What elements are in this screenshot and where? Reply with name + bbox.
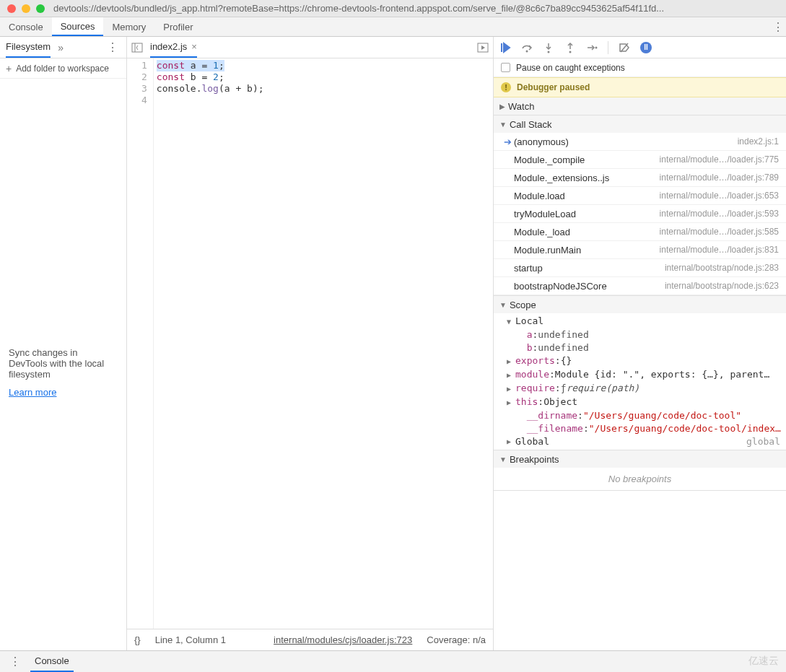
scope-local[interactable]: ▼Local	[494, 315, 786, 328]
drawer: ⋮ Console	[0, 650, 786, 672]
status-file-link[interactable]: internal/modules/cjs/loader.js:723	[274, 634, 412, 645]
scope-exports[interactable]: ▶exports: {}	[494, 354, 786, 368]
callstack-frame[interactable]: tryModuleLoadinternal/module…/loader.js:…	[494, 205, 786, 223]
callstack-frame[interactable]: ➔(anonymous)index2.js:1	[494, 133, 786, 151]
svg-point-5	[548, 51, 550, 53]
navigator-sidebar: Filesystem » ⋮ + Add folder to workspace…	[0, 37, 127, 650]
window-title: devtools://devtools/bundled/js_app.html?…	[53, 3, 779, 14]
watch-section[interactable]: ▶Watch	[494, 97, 786, 115]
learn-more-link[interactable]: Learn more	[9, 387, 56, 398]
deactivate-breakpoints-icon[interactable]	[619, 42, 630, 53]
scope-require[interactable]: ▶require: ƒ require(path)	[494, 382, 786, 396]
file-tab-label: index2.js	[150, 41, 187, 52]
filesystem-hint: Sync changes in DevTools with the local …	[9, 347, 118, 380]
debugger-paused-banner: ! Debugger paused	[494, 77, 786, 97]
minimize-window-icon[interactable]	[22, 4, 30, 13]
callstack-frame[interactable]: bootstrapNodeJSCoreinternal/bootstrap/no…	[494, 277, 786, 295]
debugger-panel: II Pause on caught exceptions ! Debugger…	[494, 37, 786, 650]
info-icon: !	[501, 82, 511, 92]
svg-point-3	[526, 50, 528, 52]
traffic-lights	[7, 4, 45, 13]
scope-var-a[interactable]: a: undefined	[494, 328, 786, 341]
code-editor[interactable]: const a = 1; const b = 2; console.log(a …	[154, 58, 264, 629]
tab-sources[interactable]: Sources	[52, 17, 104, 36]
drawer-menu-icon[interactable]: ⋮	[7, 655, 23, 668]
step-into-icon[interactable]	[543, 42, 554, 53]
callstack-frame[interactable]: Module._loadinternal/module…/loader.js:5…	[494, 223, 786, 241]
watermark: 亿速云	[748, 655, 779, 668]
panel-tabs: Console Sources Memory Profiler ⋮	[0, 17, 786, 37]
editor-panel: index2.js × 1234 const a = 1; const b = …	[127, 37, 494, 650]
plus-icon: +	[6, 63, 12, 74]
pretty-print-icon[interactable]: {}	[134, 634, 141, 645]
pause-on-exceptions-icon[interactable]: II	[640, 42, 652, 53]
tab-console[interactable]: Console	[0, 17, 52, 36]
scope-var-b[interactable]: b: undefined	[494, 341, 786, 354]
step-over-icon[interactable]	[521, 42, 533, 53]
step-icon[interactable]	[586, 42, 598, 53]
toggle-navigator-icon[interactable]	[131, 42, 143, 53]
filesystem-tab[interactable]: Filesystem	[6, 37, 51, 58]
callstack-section[interactable]: ▼Call Stack	[494, 115, 786, 133]
fullscreen-window-icon[interactable]	[36, 4, 45, 13]
step-out-icon[interactable]	[564, 42, 576, 53]
pause-caught-label: Pause on caught exceptions	[516, 63, 625, 73]
more-tabs-icon[interactable]: »	[58, 42, 64, 53]
breakpoints-section[interactable]: ▼Breakpoints	[494, 450, 786, 468]
window-titlebar: devtools://devtools/bundled/js_app.html?…	[0, 0, 786, 17]
callstack-frame[interactable]: Module.loadinternal/module…/loader.js:65…	[494, 187, 786, 205]
callstack-frame[interactable]: Module._compileinternal/module…/loader.j…	[494, 151, 786, 169]
callstack-frame[interactable]: Module._extensions..jsinternal/module…/l…	[494, 169, 786, 187]
drawer-console-tab[interactable]: Console	[30, 651, 74, 672]
coverage-status: Coverage: n/a	[427, 634, 486, 645]
no-breakpoints-label: No breakpoints	[494, 468, 786, 490]
settings-menu-icon[interactable]: ⋮	[770, 17, 786, 36]
close-icon[interactable]: ×	[191, 41, 197, 52]
scope-filename[interactable]: __filename: "/Users/guang/code/doc-tool/…	[494, 422, 786, 435]
add-folder-label: Add folder to workspace	[16, 64, 109, 74]
svg-rect-0	[132, 43, 142, 52]
scope-section[interactable]: ▼Scope	[494, 296, 786, 313]
svg-point-7	[569, 51, 572, 53]
pause-caught-checkbox[interactable]	[501, 63, 510, 72]
scope-dirname[interactable]: __dirname: "/Users/guang/code/doc-tool"	[494, 409, 786, 422]
add-folder-button[interactable]: + Add folder to workspace	[0, 58, 126, 79]
tab-profiler[interactable]: Profiler	[154, 17, 201, 36]
line-gutter: 1234	[127, 58, 154, 629]
file-tab[interactable]: index2.js ×	[150, 37, 197, 58]
close-window-icon[interactable]	[7, 4, 16, 13]
scope-module[interactable]: ▶module: Module {id: ".", exports: {…}, …	[494, 368, 786, 382]
callstack-frame[interactable]: startupinternal/bootstrap/node.js:283	[494, 259, 786, 277]
callstack-frame[interactable]: Module.runMaininternal/module…/loader.js…	[494, 241, 786, 259]
svg-point-9	[595, 46, 598, 48]
cursor-position: Line 1, Column 1	[155, 634, 226, 645]
scope-this[interactable]: ▶this: Object	[494, 396, 786, 409]
navigator-menu-icon[interactable]: ⋮	[105, 40, 121, 54]
tab-memory[interactable]: Memory	[103, 17, 154, 36]
scope-global[interactable]: ▶Globalglobal	[494, 435, 786, 448]
run-snippet-icon[interactable]	[477, 42, 489, 53]
resume-icon[interactable]	[499, 42, 511, 53]
